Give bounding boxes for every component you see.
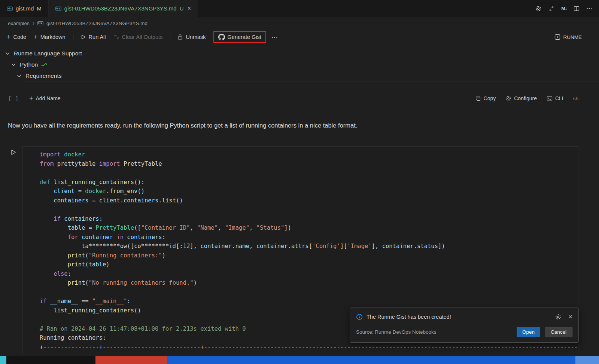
- heading-label: Python: [20, 61, 38, 68]
- code-line: import docker: [40, 150, 575, 159]
- notebook-toolbar: + Code + Markdown Run All Clear All Outp…: [0, 30, 599, 45]
- markdown-file-icon: [37, 20, 43, 26]
- code-line: [40, 168, 575, 178]
- unmask-button[interactable]: Unmask: [177, 34, 206, 40]
- add-name-button[interactable]: + Add Name: [29, 95, 61, 102]
- code-line: print("No running containers found."): [40, 278, 575, 288]
- chevron-down-icon[interactable]: [4, 51, 10, 56]
- run-cell-button[interactable]: [10, 149, 16, 156]
- generate-gist-label: Generate Gist: [228, 34, 261, 40]
- code-line: from prettytable import PrettyTable: [40, 159, 575, 169]
- add-markdown-button[interactable]: + Markdown: [34, 34, 65, 40]
- status-strip: [0, 356, 599, 364]
- markdown-preview-icon[interactable]: M↓: [561, 6, 567, 11]
- chevron-down-icon[interactable]: [10, 62, 16, 68]
- shell-cell-toolbar: [ ] + Add Name Copy Configure CLI sh: [0, 91, 599, 105]
- status-segment-dark: [6, 356, 95, 364]
- cell-language-label[interactable]: sh: [573, 96, 578, 101]
- runme-logo-icon: [554, 34, 560, 40]
- cancel-button[interactable]: Cancel: [545, 327, 572, 337]
- breadcrumb-chevron-icon: ›: [33, 20, 34, 26]
- copy-label: Copy: [484, 95, 496, 101]
- run-all-button[interactable]: Run All: [80, 34, 106, 40]
- copy-icon: [475, 95, 481, 101]
- heading-label: Requirements: [25, 73, 62, 79]
- code-line: +----------------+----------------------…: [40, 343, 575, 352]
- python-snake-icon: [41, 62, 47, 68]
- close-notification-icon[interactable]: ×: [568, 313, 572, 320]
- unlock-icon: [177, 34, 183, 40]
- gear-icon: [505, 95, 511, 101]
- notification-toast: The Runme Gist has been created! × Sourc…: [350, 308, 579, 343]
- editor-actions: M↓ ⋯: [535, 0, 599, 17]
- heading-python[interactable]: Python: [0, 59, 599, 70]
- code-line: for container in containers:: [40, 233, 575, 242]
- code-line: def list_running_containers():: [40, 178, 575, 187]
- breadcrumb-file[interactable]: gist-01HWD053BZ23JN6VA7X3NGP3YS.md: [46, 21, 148, 26]
- split-editor-icon[interactable]: [574, 6, 580, 12]
- markdown-paragraph: Now you have all the requirements ready,…: [8, 121, 578, 130]
- open-button[interactable]: Open: [517, 327, 540, 337]
- code-line: ta*********ow([co********id[:12], contai…: [40, 242, 575, 251]
- clear-all-outputs-button[interactable]: Clear All Outputs: [113, 34, 163, 40]
- info-icon: [356, 313, 363, 320]
- cli-button[interactable]: CLI: [547, 95, 563, 101]
- toolbar-divider: [170, 34, 170, 40]
- plus-icon: +: [29, 95, 33, 102]
- chevron-down-icon[interactable]: [16, 73, 22, 79]
- runme-button[interactable]: RUNME: [554, 34, 599, 40]
- add-code-label: Code: [13, 34, 27, 40]
- close-tab-icon[interactable]: ×: [188, 5, 191, 12]
- markdown-file-icon: [55, 6, 61, 12]
- heading-label: Runme Language Support: [14, 50, 82, 57]
- code-line: [40, 288, 575, 297]
- git-modified-badge: M: [37, 5, 42, 12]
- more-actions-icon[interactable]: ⋯: [271, 33, 278, 41]
- tab-label: gist-01HWD053BZ23JN6VA7X3NGP3YS.md: [64, 5, 177, 12]
- code-line: print("Running containers:"): [40, 251, 575, 260]
- runme-label: RUNME: [563, 34, 582, 40]
- code-line: containers = client.containers.list(): [40, 196, 575, 205]
- status-segment-red: [95, 356, 167, 364]
- github-icon: [218, 34, 225, 40]
- run-all-label: Run All: [89, 34, 106, 40]
- generate-gist-button[interactable]: Generate Gist: [218, 34, 261, 40]
- breadcrumb-folder[interactable]: examples: [8, 21, 30, 26]
- add-markdown-label: Markdown: [40, 34, 66, 40]
- notebook-outline: Runme Language Support Python Requiremen…: [0, 45, 599, 82]
- git-untracked-badge: U: [180, 5, 184, 12]
- status-segment-cyan: [0, 356, 6, 364]
- tab-gist-file[interactable]: gist-01HWD053BZ23JN6VA7X3NGP3YS.md U ×: [49, 0, 198, 17]
- heading-requirements[interactable]: Requirements: [0, 70, 599, 82]
- code-line: client = docker.from_env(): [40, 187, 575, 196]
- status-segment-blue: [167, 356, 575, 364]
- breadcrumb: examples › gist-01HWD053BZ23JN6VA7X3NGP3…: [0, 17, 599, 30]
- cell-divider: [22, 82, 599, 82]
- cell-execution-gutter: [ ]: [8, 95, 19, 101]
- markdown-file-icon: [7, 6, 13, 12]
- tab-bar: gist.md M gist-01HWD053BZ23JN6VA7X3NGP3Y…: [0, 0, 599, 17]
- tab-gist-md[interactable]: gist.md M: [0, 0, 49, 17]
- code-line: [40, 205, 575, 214]
- run-all-icon: [80, 34, 86, 40]
- tab-label: gist.md: [16, 5, 34, 12]
- clear-all-icon: [113, 34, 119, 40]
- configure-label: Configure: [514, 95, 537, 101]
- code-line: if __name__ == "__main__":: [40, 297, 575, 306]
- heading-runme-language-support[interactable]: Runme Language Support: [0, 48, 599, 59]
- toolbar-divider: [73, 34, 73, 40]
- code-line: else:: [40, 269, 575, 279]
- settings-gear-icon[interactable]: [535, 5, 542, 12]
- configure-button[interactable]: Configure: [505, 95, 537, 101]
- copy-button[interactable]: Copy: [475, 95, 496, 101]
- more-actions-icon[interactable]: ⋯: [586, 4, 593, 12]
- add-code-button[interactable]: + Code: [7, 34, 26, 40]
- generate-gist-highlight: Generate Gist: [213, 31, 266, 43]
- notification-settings-icon[interactable]: [555, 313, 562, 320]
- toast-message: The Runme Gist has been created!: [367, 314, 451, 320]
- add-name-label: Add Name: [36, 95, 61, 101]
- code-line: print(table): [40, 260, 575, 269]
- unmask-label: Unmask: [186, 34, 206, 40]
- compare-changes-icon[interactable]: [548, 6, 554, 12]
- code-line: if containers:: [40, 214, 575, 224]
